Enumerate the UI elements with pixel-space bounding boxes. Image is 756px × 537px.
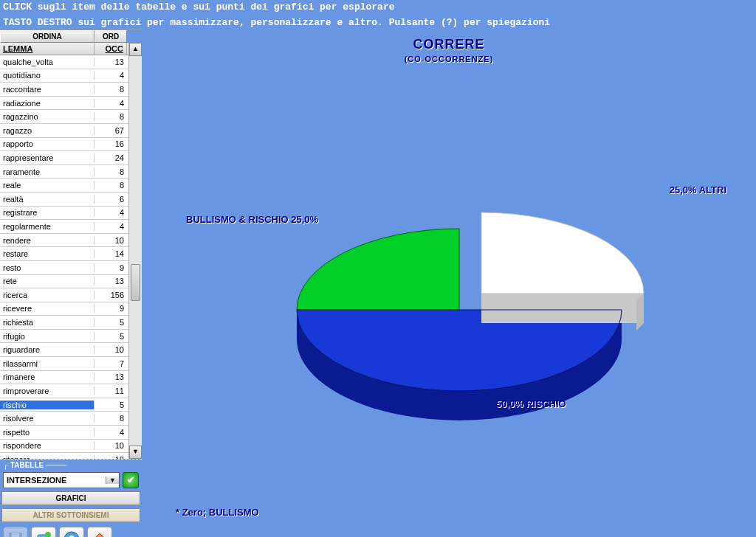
pie-label-rischio: 50,0% RISCHIO: [496, 398, 566, 409]
table-row[interactable]: riguardare10: [0, 343, 128, 357]
scroll-up-icon[interactable]: ▲: [129, 43, 142, 56]
scroll-thumb[interactable]: [131, 264, 140, 301]
occ-cell: 6: [94, 195, 127, 204]
table-row[interactable]: raramente8: [0, 165, 128, 179]
occ-cell: 8: [94, 85, 127, 94]
occ-cell: 8: [94, 167, 127, 176]
occ-cell: 16: [94, 139, 127, 148]
lemma-cell: richiesta: [0, 318, 94, 327]
occ-cell: 5: [94, 401, 127, 409]
apply-button[interactable]: ✔: [123, 472, 139, 488]
tabelle-combo-value: INTERSEZIONE: [4, 476, 106, 485]
lemma-cell: registrare: [0, 208, 94, 217]
lemma-cell: restare: [0, 249, 94, 258]
header-lemma[interactable]: LEMMA: [0, 43, 94, 55]
lemma-table[interactable]: LEMMA OCC qualche_volta13quotidiano4racc…: [0, 43, 128, 459]
home-icon-button[interactable]: [87, 527, 112, 537]
occ-cell: 4: [94, 99, 127, 108]
occ-cell: 13: [94, 58, 127, 66]
lemma-cell: reale: [0, 181, 94, 190]
table-row[interactable]: restare14: [0, 247, 128, 261]
table-row[interactable]: rispetto4: [0, 426, 128, 440]
table-row[interactable]: rispondere10: [0, 440, 128, 454]
table-row[interactable]: rimanere13: [0, 371, 128, 385]
chart-area[interactable]: CORRERE (CO-OCCORRENZE): [142, 30, 756, 537]
lemma-cell: rappresentare: [0, 153, 94, 162]
occ-cell: 8: [94, 112, 127, 121]
lemma-cell: risolvere: [0, 414, 94, 423]
lemma-cell: quotidiano: [0, 71, 94, 80]
table-row[interactable]: rapporto16: [0, 138, 128, 152]
lemma-cell: rilassarmi: [0, 359, 94, 368]
occ-cell: 10: [94, 236, 127, 245]
save-icon-button[interactable]: [3, 527, 28, 537]
table-row[interactable]: rete13: [0, 275, 128, 289]
chevron-down-icon[interactable]: ▼: [106, 477, 119, 484]
lemma-cell: rischio: [0, 401, 94, 409]
grafici-button[interactable]: GRAFICI: [1, 491, 140, 505]
table-row[interactable]: qualche_volta13: [0, 55, 128, 69]
occ-cell: 156: [94, 291, 127, 299]
hint-line-1: CLICK sugli item delle tabelle e sui pun…: [0, 0, 756, 15]
bottom-toolbar: ?: [0, 524, 142, 537]
lemma-cell: resto: [0, 263, 94, 272]
occ-cell: 9: [94, 263, 127, 272]
table-row[interactable]: ragazzino8: [0, 110, 128, 124]
table-row[interactable]: reale8: [0, 179, 128, 193]
pie-chart[interactable]: [142, 44, 747, 487]
table-row[interactable]: raccontare8: [0, 83, 128, 97]
lemma-cell: raramente: [0, 167, 94, 176]
occ-cell: 4: [94, 208, 127, 217]
table-row[interactable]: richiesta5: [0, 316, 128, 330]
occ-cell: 10: [94, 345, 127, 354]
table-row[interactable]: rimproverare11: [0, 384, 128, 398]
header-occ[interactable]: OCC: [94, 43, 127, 55]
table-row[interactable]: rifugio5: [0, 330, 128, 344]
occ-cell: 67: [94, 126, 127, 135]
table-row[interactable]: radiazione4: [0, 97, 128, 111]
lemma-cell: rispetto: [0, 428, 94, 437]
table-row[interactable]: quotidiano4: [0, 69, 128, 83]
table-row[interactable]: realtà6: [0, 193, 128, 207]
ordina-button[interactable]: ORDINA: [0, 30, 94, 43]
lemma-cell: rimanere: [0, 373, 94, 381]
lemma-cell: radiazione: [0, 99, 94, 108]
scroll-down-icon[interactable]: ▼: [129, 446, 142, 459]
table-row[interactable]: risolvere8: [0, 412, 128, 426]
svg-text:?: ?: [69, 533, 75, 537]
altri-sottoinsiemi-button[interactable]: ALTRI SOTTOINSIEMI: [1, 508, 140, 522]
table-row[interactable]: ricerca156: [0, 288, 128, 302]
table-scrollbar[interactable]: ▲ ▼: [128, 43, 142, 459]
lemma-cell: realtà: [0, 195, 94, 204]
occ-cell: 7: [94, 359, 127, 368]
table-row[interactable]: ragazzo67: [0, 124, 128, 138]
table-row[interactable]: rendere10: [0, 234, 128, 248]
occ-cell: 4: [94, 428, 127, 437]
lemma-cell: rifugio: [0, 332, 94, 341]
lemma-cell: rimproverare: [0, 387, 94, 395]
lemma-cell: riguardare: [0, 345, 94, 354]
lemma-cell: rapporto: [0, 139, 94, 148]
table-row[interactable]: ritenere18: [0, 453, 128, 459]
help-icon-button[interactable]: ?: [59, 527, 84, 537]
export-icon-button[interactable]: [31, 527, 56, 537]
lemma-cell: regolarmente: [0, 222, 94, 231]
table-row[interactable]: rappresentare24: [0, 151, 128, 165]
table-row[interactable]: rischio5: [0, 398, 128, 412]
table-row[interactable]: ricevere9: [0, 302, 128, 316]
occ-cell: 24: [94, 153, 127, 162]
table-row[interactable]: regolarmente4: [0, 220, 128, 234]
table-row[interactable]: registrare4: [0, 207, 128, 221]
hint-line-2: TASTO DESTRO sui grafici per massimizzar…: [0, 15, 756, 31]
table-row[interactable]: rilassarmi7: [0, 357, 128, 371]
occ-cell: 4: [94, 71, 127, 80]
table-row[interactable]: resto9: [0, 261, 128, 275]
ord-button[interactable]: ORD: [94, 30, 127, 43]
lemma-cell: rendere: [0, 236, 94, 245]
lemma-cell: qualche_volta: [0, 58, 94, 66]
occ-cell: 13: [94, 373, 127, 381]
occ-cell: 11: [94, 387, 127, 395]
tabelle-combo[interactable]: INTERSEZIONE ▼: [3, 472, 120, 488]
occ-cell: 5: [94, 318, 127, 327]
lemma-cell: raccontare: [0, 85, 94, 94]
